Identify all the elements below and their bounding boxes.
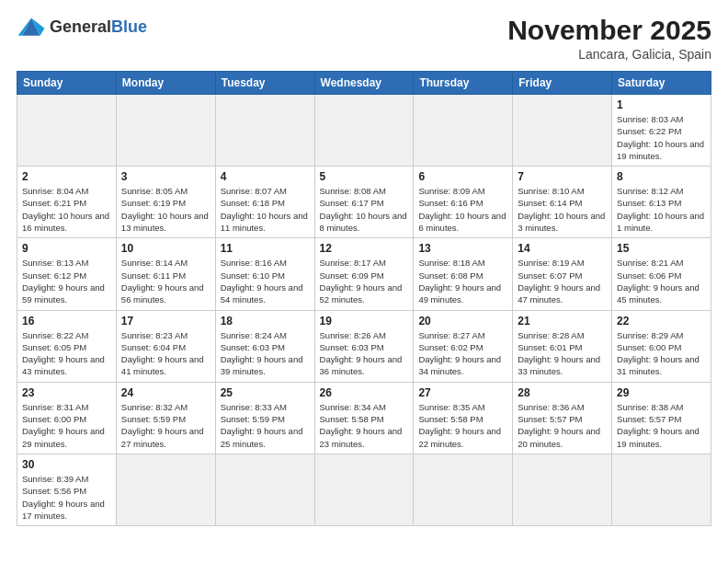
day-info: Sunrise: 8:24 AM Sunset: 6:03 PM Dayligh… [221, 329, 310, 378]
logo: GeneralBlue [17, 15, 147, 40]
day-cell: 18Sunrise: 8:24 AM Sunset: 6:03 PM Dayli… [215, 310, 314, 382]
month-title: November 2025 [507, 15, 711, 45]
day-info: Sunrise: 8:08 AM Sunset: 6:17 PM Dayligh… [320, 185, 409, 234]
day-cell: 5Sunrise: 8:08 AM Sunset: 6:17 PM Daylig… [314, 167, 414, 238]
day-number: 14 [518, 242, 607, 255]
day-cell [513, 454, 612, 525]
day-number: 12 [320, 242, 409, 255]
day-cell: 27Sunrise: 8:35 AM Sunset: 5:58 PM Dayli… [414, 382, 513, 454]
day-cell: 28Sunrise: 8:36 AM Sunset: 5:57 PM Dayli… [513, 382, 612, 454]
day-cell [215, 95, 314, 167]
week-row-4: 16Sunrise: 8:22 AM Sunset: 6:05 PM Dayli… [17, 310, 711, 382]
day-info: Sunrise: 8:34 AM Sunset: 5:58 PM Dayligh… [320, 401, 409, 450]
day-cell [612, 454, 711, 525]
day-cell [116, 95, 215, 167]
day-info: Sunrise: 8:32 AM Sunset: 5:59 PM Dayligh… [121, 401, 210, 450]
title-block: November 2025 Lancara, Galicia, Spain [507, 15, 711, 62]
day-cell [314, 454, 414, 525]
day-cell: 26Sunrise: 8:34 AM Sunset: 5:58 PM Dayli… [314, 382, 414, 454]
day-cell [513, 95, 612, 167]
day-info: Sunrise: 8:23 AM Sunset: 6:04 PM Dayligh… [121, 329, 210, 378]
page: GeneralBlue November 2025 Lancara, Galic… [0, 0, 728, 563]
weekday-tuesday: Tuesday [215, 72, 314, 95]
location: Lancara, Galicia, Spain [507, 47, 711, 62]
day-number: 28 [518, 386, 607, 399]
day-cell: 8Sunrise: 8:12 AM Sunset: 6:13 PM Daylig… [612, 167, 711, 238]
week-row-6: 30Sunrise: 8:39 AM Sunset: 5:56 PM Dayli… [17, 454, 711, 525]
day-cell [414, 95, 513, 167]
day-cell: 14Sunrise: 8:19 AM Sunset: 6:07 PM Dayli… [513, 238, 612, 310]
day-number: 3 [121, 170, 210, 183]
day-cell: 1Sunrise: 8:03 AM Sunset: 6:22 PM Daylig… [612, 95, 711, 167]
day-number: 8 [617, 170, 706, 183]
day-number: 27 [418, 386, 507, 399]
day-cell: 24Sunrise: 8:32 AM Sunset: 5:59 PM Dayli… [116, 382, 215, 454]
day-info: Sunrise: 8:03 AM Sunset: 6:22 PM Dayligh… [617, 113, 706, 162]
logo-blue: Blue [111, 17, 147, 36]
logo-general: General [50, 17, 111, 36]
day-number: 17 [121, 315, 210, 327]
day-cell [116, 454, 215, 525]
weekday-monday: Monday [116, 72, 215, 95]
weekday-wednesday: Wednesday [314, 72, 414, 95]
day-number: 1 [617, 98, 706, 111]
day-number: 4 [221, 170, 310, 183]
day-info: Sunrise: 8:16 AM Sunset: 6:10 PM Dayligh… [221, 257, 310, 305]
day-number: 24 [121, 386, 210, 399]
day-number: 10 [121, 242, 210, 255]
day-number: 9 [22, 242, 111, 255]
week-row-3: 9Sunrise: 8:13 AM Sunset: 6:12 PM Daylig… [17, 238, 711, 310]
day-info: Sunrise: 8:10 AM Sunset: 6:14 PM Dayligh… [518, 185, 607, 234]
day-cell: 19Sunrise: 8:26 AM Sunset: 6:03 PM Dayli… [314, 310, 414, 382]
day-number: 13 [418, 242, 507, 255]
day-cell: 10Sunrise: 8:14 AM Sunset: 6:11 PM Dayli… [116, 238, 215, 310]
weekday-sunday: Sunday [17, 72, 117, 95]
day-number: 23 [22, 386, 111, 399]
weekday-saturday: Saturday [612, 72, 711, 95]
day-number: 19 [320, 315, 409, 327]
week-row-2: 2Sunrise: 8:04 AM Sunset: 6:21 PM Daylig… [17, 167, 711, 238]
weekday-header-row: SundayMondayTuesdayWednesdayThursdayFrid… [17, 72, 711, 95]
day-info: Sunrise: 8:26 AM Sunset: 6:03 PM Dayligh… [320, 329, 409, 378]
day-info: Sunrise: 8:04 AM Sunset: 6:21 PM Dayligh… [22, 185, 111, 234]
day-info: Sunrise: 8:09 AM Sunset: 6:16 PM Dayligh… [418, 185, 507, 234]
general-blue-icon [17, 15, 46, 40]
logo-text: GeneralBlue [50, 18, 147, 37]
day-cell [314, 95, 414, 167]
day-number: 7 [518, 170, 607, 183]
day-info: Sunrise: 8:28 AM Sunset: 6:01 PM Dayligh… [518, 329, 607, 378]
day-number: 20 [418, 315, 507, 327]
day-cell: 7Sunrise: 8:10 AM Sunset: 6:14 PM Daylig… [513, 167, 612, 238]
day-info: Sunrise: 8:13 AM Sunset: 6:12 PM Dayligh… [22, 257, 111, 305]
day-number: 18 [221, 315, 310, 327]
day-cell: 12Sunrise: 8:17 AM Sunset: 6:09 PM Dayli… [314, 238, 414, 310]
day-number: 21 [518, 315, 607, 327]
day-cell: 29Sunrise: 8:38 AM Sunset: 5:57 PM Dayli… [612, 382, 711, 454]
day-cell: 16Sunrise: 8:22 AM Sunset: 6:05 PM Dayli… [17, 310, 117, 382]
day-cell: 15Sunrise: 8:21 AM Sunset: 6:06 PM Dayli… [612, 238, 711, 310]
day-info: Sunrise: 8:22 AM Sunset: 6:05 PM Dayligh… [22, 329, 111, 378]
day-cell: 21Sunrise: 8:28 AM Sunset: 6:01 PM Dayli… [513, 310, 612, 382]
day-number: 22 [617, 315, 706, 327]
calendar: SundayMondayTuesdayWednesdayThursdayFrid… [17, 71, 711, 526]
day-cell: 4Sunrise: 8:07 AM Sunset: 6:18 PM Daylig… [215, 167, 314, 238]
weekday-friday: Friday [513, 72, 612, 95]
day-info: Sunrise: 8:05 AM Sunset: 6:19 PM Dayligh… [121, 185, 210, 234]
day-number: 11 [221, 242, 310, 255]
week-row-1: 1Sunrise: 8:03 AM Sunset: 6:22 PM Daylig… [17, 95, 711, 167]
day-cell: 30Sunrise: 8:39 AM Sunset: 5:56 PM Dayli… [17, 454, 117, 525]
day-number: 16 [22, 315, 111, 327]
day-cell: 17Sunrise: 8:23 AM Sunset: 6:04 PM Dayli… [116, 310, 215, 382]
day-number: 5 [320, 170, 409, 183]
day-number: 15 [617, 242, 706, 255]
day-number: 2 [22, 170, 111, 183]
day-cell: 3Sunrise: 8:05 AM Sunset: 6:19 PM Daylig… [116, 167, 215, 238]
day-info: Sunrise: 8:07 AM Sunset: 6:18 PM Dayligh… [221, 185, 310, 234]
week-row-5: 23Sunrise: 8:31 AM Sunset: 6:00 PM Dayli… [17, 382, 711, 454]
day-cell [215, 454, 314, 525]
day-cell: 25Sunrise: 8:33 AM Sunset: 5:59 PM Dayli… [215, 382, 314, 454]
day-info: Sunrise: 8:14 AM Sunset: 6:11 PM Dayligh… [121, 257, 210, 305]
day-number: 29 [617, 386, 706, 399]
weekday-thursday: Thursday [414, 72, 513, 95]
day-info: Sunrise: 8:17 AM Sunset: 6:09 PM Dayligh… [320, 257, 409, 305]
